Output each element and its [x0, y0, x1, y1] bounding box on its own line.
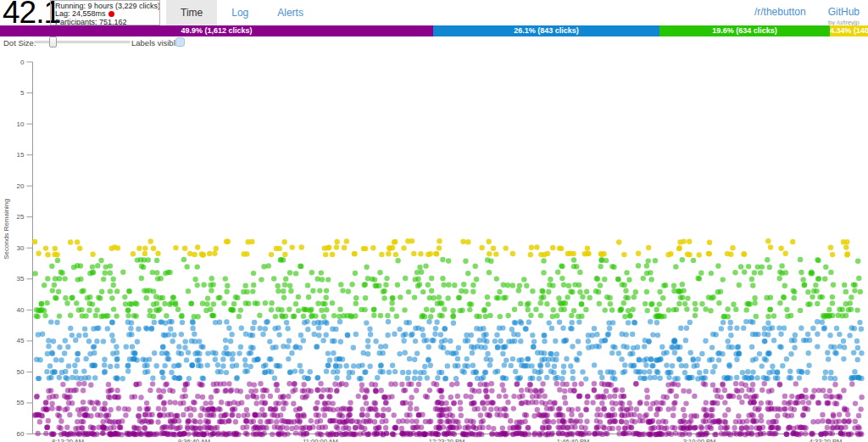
y-tick-label: 60 [17, 430, 25, 438]
dots-green [32, 257, 863, 320]
dot-size-slider-handle[interactable] [49, 36, 57, 48]
legend-segment-green: 19.6% (634 clicks) [659, 25, 830, 36]
x-tick-label: 12:23:20 PM [429, 438, 465, 442]
y-tick-label: 0 [20, 59, 25, 66]
x-tick-label: 9:36:40 AM [178, 438, 210, 442]
tab-alerts[interactable]: Alerts [263, 0, 318, 25]
dot-size-slider[interactable] [34, 41, 131, 43]
dot-size-label: Dot Size: [3, 38, 36, 48]
legend-bar: 49.9% (1,612 clicks) 26.1% (843 clicks) … [0, 25, 868, 36]
scatter-plot: 0510152025303540455055608:13:20 AM9:36:4… [0, 0, 868, 442]
github-block: GitHub by /u/treyjp [828, 6, 860, 26]
x-tick-label: 1:46:40 PM [557, 438, 589, 442]
subreddit-link[interactable]: /r/thebutton [754, 6, 806, 18]
y-tick-label: 30 [17, 244, 25, 252]
x-tick-label: 4:33:20 PM [810, 438, 842, 442]
labels-visible-checkbox[interactable] [175, 37, 185, 47]
tab-log[interactable]: Log [217, 0, 263, 25]
tab-time[interactable]: Time [166, 0, 217, 25]
x-tick-label: 8:13:20 AM [52, 438, 84, 442]
stats-panel: Running: 9 hours (3,229 clicks) Lag: 24,… [50, 0, 160, 25]
y-axis-title: Seconds Remaining [3, 199, 10, 260]
dots-blue [34, 319, 865, 382]
y-tick-label: 50 [17, 368, 25, 376]
y-tick-label: 25 [17, 213, 25, 221]
github-link[interactable]: GitHub [828, 6, 860, 18]
y-tick-label: 55 [17, 399, 25, 406]
dots-purple [32, 381, 865, 438]
x-tick-label: 3:10:00 PM [683, 438, 715, 442]
stat-participants: Participants: 751,162 [55, 19, 159, 25]
y-tick-label: 45 [17, 337, 25, 344]
tab-bar: Time Log Alerts [166, 0, 318, 25]
header-links: /r/thebutton GitHub by /u/treyjp [754, 6, 860, 26]
legend-segment-blue: 26.1% (843 clicks) [433, 25, 659, 36]
app-window: 0510152025303540455055608:13:20 AM9:36:4… [0, 0, 868, 442]
legend-segment-purple: 49.9% (1,612 clicks) [0, 25, 433, 36]
y-tick-label: 20 [17, 182, 25, 190]
legend-segment-yellow: 4.34% (140 [830, 25, 868, 36]
y-tick-label: 40 [17, 306, 25, 314]
y-tick-label: 15 [17, 151, 25, 159]
lag-status-icon [108, 11, 114, 17]
x-tick-label: 11:00:00 AM [303, 438, 338, 442]
y-tick-label: 10 [17, 120, 25, 128]
y-tick-label: 5 [20, 89, 25, 97]
y-tick-label: 35 [17, 275, 25, 283]
dots-yellow [32, 238, 850, 258]
